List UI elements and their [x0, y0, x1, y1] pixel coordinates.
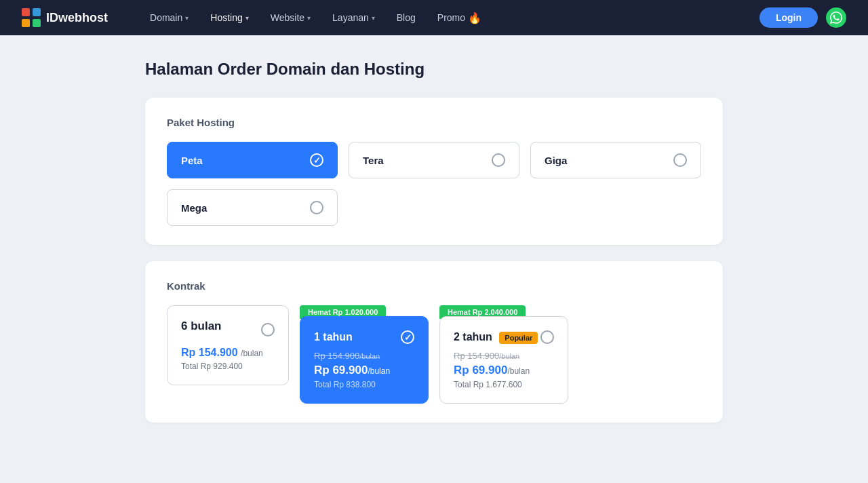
nav-layanan[interactable]: Layanan ▾ [323, 8, 384, 27]
chevron-down-icon: ▾ [245, 14, 249, 22]
nav-website[interactable]: Website ▾ [261, 8, 320, 27]
kontrak-1tahun-header: 1 tahun [314, 330, 414, 344]
kontrak-outer-1tahun: Hemat Rp 1.020.000 1 tahun Rp 154.900/bu… [300, 316, 429, 404]
page-content: Halaman Order Domain dan Hosting Paket H… [129, 35, 739, 463]
radio-1tahun [401, 330, 414, 344]
kontrak-1tahun-original: Rp 154.900/bulan [314, 351, 414, 361]
nav-promo[interactable]: Promo 🔥 [428, 7, 491, 28]
navbar-links: Domain ▾ Hosting ▾ Website ▾ Layanan ▾ B… [140, 7, 760, 28]
hosting-option-giga-label: Giga [545, 155, 567, 166]
kontrak-6bulan-header: 6 bulan [181, 320, 275, 340]
nav-hosting[interactable]: Hosting ▾ [201, 8, 258, 27]
hosting-options-row1: Peta Tera Giga [167, 142, 701, 178]
chevron-down-icon: ▾ [372, 14, 375, 22]
paket-hosting-title: Paket Hosting [167, 117, 701, 128]
kontrak-title-label: Kontrak [167, 280, 701, 292]
nav-domain[interactable]: Domain ▾ [140, 8, 198, 27]
radio-mega [310, 201, 323, 214]
badge-popular-2tahun: Popular [499, 332, 538, 344]
kontrak-6bulan-price: Rp 154.900 /bulan [181, 347, 275, 359]
radio-tera [492, 153, 505, 167]
kontrak-outer-6bulan: 6 bulan Rp 154.900 /bulan Total Rp 929.4… [167, 305, 289, 385]
radio-peta [310, 153, 323, 167]
kontrak-1tahun-label: 1 tahun [314, 331, 353, 343]
hosting-option-giga[interactable]: Giga [530, 142, 701, 178]
kontrak-option-6bulan[interactable]: 6 bulan Rp 154.900 /bulan Total Rp 929.4… [167, 305, 289, 385]
hosting-option-peta[interactable]: Peta [167, 142, 338, 178]
radio-2tahun [540, 330, 554, 344]
radio-giga [673, 153, 687, 167]
kontrak-2tahun-price: Rp 69.900/bulan [454, 364, 554, 377]
hosting-options-row2: Mega [167, 189, 701, 226]
kontrak-option-1tahun[interactable]: 1 tahun Rp 154.900/bulan Rp 69.900/bulan… [300, 316, 429, 404]
kontrak-6bulan-label: 6 bulan [181, 320, 222, 333]
hosting-option-tera[interactable]: Tera [349, 142, 519, 178]
svg-rect-0 [22, 8, 30, 16]
brand[interactable]: IDwebhost [22, 8, 108, 27]
svg-rect-3 [33, 19, 41, 27]
login-button[interactable]: Login [760, 7, 818, 28]
svg-rect-1 [33, 8, 41, 16]
kontrak-2tahun-original: Rp 154.900/bulan [454, 351, 554, 361]
nav-blog[interactable]: Blog [387, 8, 425, 27]
hosting-option-peta-label: Peta [181, 155, 203, 166]
brand-logo-icon [22, 8, 41, 27]
kontrak-options: 6 bulan Rp 154.900 /bulan Total Rp 929.4… [167, 305, 701, 404]
radio-6bulan [261, 323, 275, 336]
chevron-down-icon: ▾ [307, 14, 311, 22]
whatsapp-icon[interactable] [826, 7, 846, 28]
navbar-actions: Login [760, 7, 846, 28]
paket-hosting-card: Paket Hosting Peta Tera Giga Mega [145, 98, 723, 245]
kontrak-1tahun-price: Rp 69.900/bulan [314, 364, 414, 377]
hosting-option-tera-label: Tera [363, 155, 384, 166]
kontrak-option-2tahun[interactable]: 2 tahun Popular Rp 154.900/bulan Rp 69.9… [439, 316, 568, 404]
hosting-option-mega-label: Mega [181, 202, 207, 214]
fire-icon: 🔥 [468, 12, 481, 24]
kontrak-2tahun-label: 2 tahun [454, 331, 492, 343]
kontrak-card: Kontrak 6 bulan Rp 154.900 /bulan Total … [145, 261, 723, 423]
kontrak-outer-2tahun: Hemat Rp 2.040.000 2 tahun Popular Rp 15… [439, 316, 568, 404]
navbar: IDwebhost Domain ▾ Hosting ▾ Website ▾ L… [0, 0, 868, 35]
page-title: Halaman Order Domain dan Hosting [145, 60, 723, 79]
hosting-option-mega[interactable]: Mega [167, 189, 338, 226]
chevron-down-icon: ▾ [185, 14, 189, 22]
kontrak-2tahun-total: Total Rp 1.677.600 [454, 380, 554, 389]
kontrak-2tahun-header: 2 tahun Popular [454, 330, 554, 344]
kontrak-6bulan-total: Total Rp 929.400 [181, 362, 275, 371]
svg-rect-2 [22, 19, 30, 27]
brand-name: IDwebhost [46, 11, 108, 25]
kontrak-1tahun-total: Total Rp 838.800 [314, 380, 414, 389]
